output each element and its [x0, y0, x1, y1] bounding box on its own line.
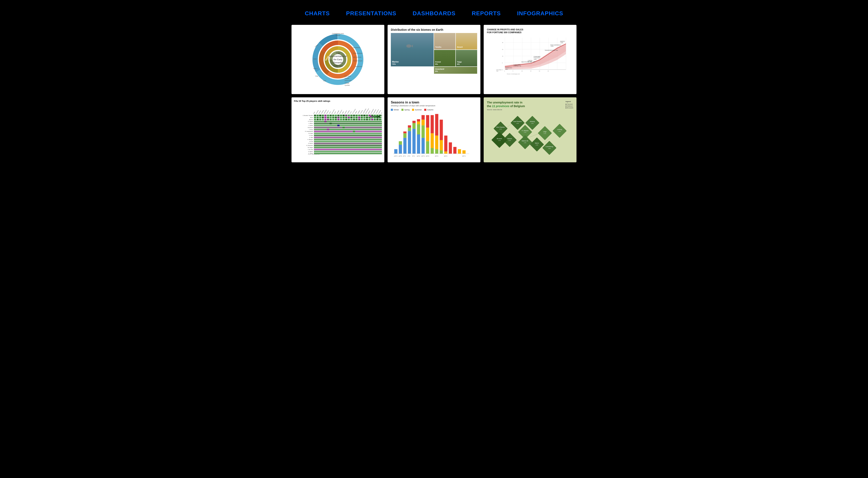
- svg-rect-222: [330, 123, 332, 124]
- svg-text:TRANSPORTATION +5%: TRANSPORTATION +5%: [545, 50, 558, 51]
- diamond-map: West Flanders 3.2% East Flanders 3.8% An…: [487, 113, 573, 153]
- svg-rect-182: [327, 119, 329, 120]
- svg-rect-221: [324, 121, 327, 122]
- svg-rect-179: [319, 119, 321, 120]
- nav-reports[interactable]: REPORTS: [472, 10, 501, 17]
- svg-rect-241: [412, 123, 416, 129]
- svg-rect-247: [422, 138, 425, 154]
- svg-rect-250: [422, 115, 425, 120]
- svg-text:CONSUMER: CONSUMER: [533, 56, 540, 57]
- svg-rect-128: [327, 115, 329, 116]
- svg-rect-193: [355, 119, 358, 120]
- svg-text:Violin 1: Violin 1: [313, 58, 318, 60]
- svg-rect-169: [363, 117, 366, 118]
- svg-rect-124: [316, 115, 319, 116]
- svg-rect-210: [314, 132, 382, 134]
- svg-text:Namur: Namur: [535, 142, 539, 144]
- svg-text:20°C: 20°C: [426, 155, 430, 157]
- svg-text:3.8%: 3.8%: [524, 142, 526, 143]
- svg-rect-159: [337, 117, 340, 118]
- svg-text:5: 5: [513, 70, 513, 72]
- svg-text:L. Modric: L. Modric: [308, 123, 313, 124]
- svg-rect-183: [330, 119, 332, 120]
- svg-text:CONSUMER: CONSUMER: [514, 64, 520, 65]
- nav-presentations[interactable]: PRESENTATIONS: [346, 10, 396, 17]
- svg-text:3.2%: 3.2%: [499, 128, 502, 130]
- svg-text:-15°C: -15°C: [394, 155, 398, 157]
- svg-rect-262: [440, 120, 443, 140]
- svg-text:West Flanders: West Flanders: [496, 126, 505, 128]
- svg-text:CYCLICALS: CYCLICALS: [533, 57, 540, 58]
- svg-text:35: 35: [502, 42, 503, 43]
- svg-text:Volleys: Volleys: [355, 111, 357, 114]
- svg-rect-167: [358, 117, 360, 118]
- svg-rect-191: [350, 119, 352, 120]
- svg-rect-213: [314, 139, 382, 140]
- svg-text:3.8%: 3.8%: [516, 123, 519, 124]
- svg-text:0: 0: [504, 70, 505, 72]
- svg-text:-5: -5: [502, 69, 503, 70]
- svg-text:35°C: 35°C: [462, 155, 466, 157]
- svg-rect-195: [361, 119, 363, 120]
- svg-rect-139: [355, 115, 358, 116]
- svg-rect-168: [361, 117, 363, 118]
- nav-bar: CHARTS PRESENTATIONS DASHBOARDS REPORTS …: [4, 4, 864, 25]
- svg-rect-211: [314, 135, 382, 136]
- biome-desert: Desert: [456, 33, 477, 50]
- svg-text:Viola: Viola: [315, 76, 318, 77]
- svg-text:Heading: Heading: [358, 110, 360, 114]
- svg-rect-267: [458, 149, 461, 154]
- svg-rect-180: [322, 119, 324, 120]
- svg-text:-5°C: -5°C: [403, 155, 406, 157]
- svg-rect-158: [335, 117, 337, 118]
- svg-text:Alto trombone: Alto trombone: [353, 56, 362, 58]
- svg-text:M. Ozil: M. Ozil: [310, 141, 313, 142]
- svg-rect-266: [453, 147, 457, 154]
- svg-rect-126: [322, 115, 324, 116]
- profits-chart-card: CHANGE IN PROFITS AND SALESFOR FORTUNE 5…: [484, 25, 577, 94]
- svg-text:M. Salah: M. Salah: [309, 133, 313, 134]
- svg-rect-240: [412, 129, 416, 154]
- svg-text:3.8%: 3.8%: [535, 144, 538, 146]
- svg-text:BASIC MATERIALS: BASIC MATERIALS: [551, 44, 561, 46]
- svg-text:25°C: 25°C: [435, 155, 438, 157]
- svg-rect-220: [314, 153, 382, 154]
- nav-infographics[interactable]: INFOGRAPHICS: [517, 10, 563, 17]
- svg-rect-154: [324, 117, 327, 118]
- svg-text:Woodwinds: Woodwinds: [353, 47, 360, 48]
- svg-rect-132: [337, 115, 340, 116]
- svg-text:East Flanders: East Flanders: [514, 121, 522, 122]
- legend-summer: Summer: [412, 109, 422, 111]
- svg-rect-263: [444, 152, 447, 154]
- svg-text:K. Mbappe: K. Mbappe: [308, 139, 313, 140]
- nav-charts[interactable]: CHARTS: [305, 10, 330, 17]
- svg-rect-152: [319, 117, 321, 118]
- svg-rect-188: [343, 119, 345, 120]
- svg-text:Snare drum: Snare drum: [345, 80, 351, 81]
- svg-rect-253: [426, 115, 429, 127]
- svg-rect-259: [435, 114, 438, 136]
- svg-text:+15%: +15%: [551, 46, 554, 47]
- nav-dashboards[interactable]: DASHBOARDS: [413, 10, 456, 17]
- biome-grassland: Grassland6%: [434, 67, 477, 74]
- svg-text:De Bruyne: De Bruyne: [308, 127, 313, 128]
- svg-text:STAPLES -5%: STAPLES -5%: [514, 65, 521, 67]
- svg-line-320: [530, 133, 540, 137]
- svg-text:Cymbals: Cymbals: [345, 85, 350, 86]
- svg-text:15°C: 15°C: [422, 155, 425, 157]
- svg-text:A. Griezmann: A. Griezmann: [306, 145, 313, 146]
- biome-marine: Marine 70%: [391, 33, 434, 66]
- seasons-svg: -15°C -10°C -5°C 0°C 5°C 10°C 15°C 20°C …: [391, 113, 477, 158]
- svg-rect-227: [370, 116, 380, 118]
- svg-rect-243: [417, 135, 420, 154]
- svg-text:Natural trumpet: Natural trumpet: [353, 60, 362, 62]
- svg-text:15: 15: [502, 55, 503, 57]
- svg-text:3.8%: 3.8%: [558, 131, 561, 132]
- donut-chart-card: Contrabasses (rare) Basses Cellos Violin…: [291, 25, 384, 94]
- svg-marker-31: [411, 44, 413, 48]
- svg-rect-254: [431, 148, 434, 154]
- svg-rect-248: [422, 125, 425, 138]
- svg-rect-261: [440, 140, 443, 150]
- svg-text:T. Kroos: T. Kroos: [309, 129, 313, 130]
- svg-text:Cello: Cello: [323, 80, 326, 82]
